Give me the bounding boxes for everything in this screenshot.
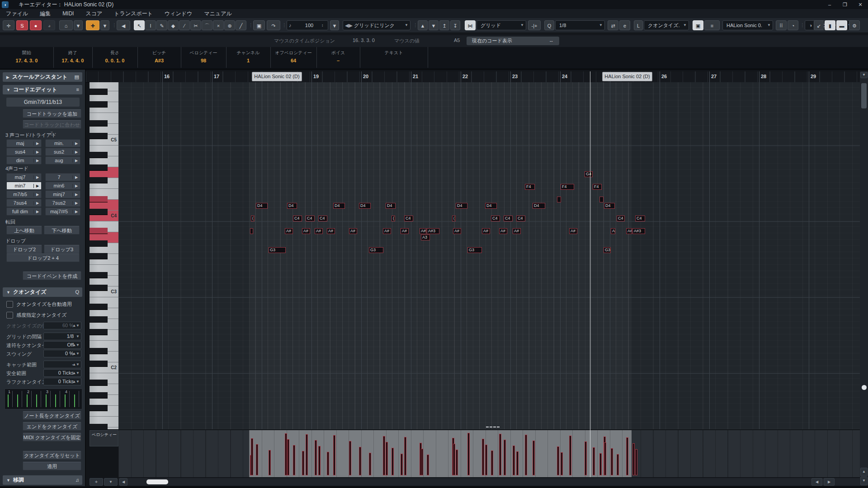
info-field-5[interactable]: チャンネル1 <box>226 47 271 68</box>
spinner-up-down-icon[interactable]: ▲▼ <box>72 342 80 348</box>
midi-note-A#3[interactable]: A# <box>626 228 632 234</box>
line-tool-tool-button[interactable]: ╱ <box>236 20 246 30</box>
velocity-bar[interactable] <box>533 441 535 475</box>
chevron-down-icon[interactable]: ▼ <box>683 21 687 30</box>
velocity-bar[interactable] <box>485 445 487 475</box>
eraser-tool-button[interactable]: ◆ <box>168 20 179 30</box>
part-select[interactable]: HALion Sonic 0.▼ <box>722 20 773 30</box>
chord-apply-arrow-icon[interactable]: ▶ <box>72 150 80 154</box>
chord-button-full-dim[interactable]: full dim▶ <box>6 207 42 216</box>
chord-button-maj7-5[interactable]: maj7/#5▶ <box>45 207 80 216</box>
midi-note-G3[interactable]: G3 <box>467 247 482 253</box>
close-button[interactable]: ✕ <box>853 0 868 9</box>
timeline-ruler[interactable]: 1617181920212223242526272829HALion Sonic… <box>86 71 860 83</box>
chord-edit-section[interactable]: ▼コードエディット≡ <box>3 85 82 94</box>
chord-button-maj[interactable]: maj▶ <box>6 139 42 147</box>
midi-note-G4[interactable]: G4 <box>585 171 593 177</box>
quantize-row-field-4[interactable]: -▲▼ <box>43 361 81 368</box>
velocity-bar[interactable] <box>306 434 308 475</box>
piano-key-G#5[interactable] <box>90 89 108 95</box>
piano-key-G#4[interactable] <box>90 164 108 171</box>
piano-key-G#2[interactable] <box>90 316 108 323</box>
velocity-bar[interactable] <box>392 448 394 475</box>
vertical-scroll-thumb[interactable] <box>861 83 867 108</box>
midi-note-D4[interactable]: D4 <box>485 203 497 209</box>
midi-note-G3[interactable]: G3 <box>604 247 611 253</box>
midi-note-C4[interactable]: C4 <box>504 216 513 221</box>
piano-key-C#4[interactable] <box>90 209 108 215</box>
menu-item-1[interactable]: 編集 <box>34 10 57 18</box>
scroll-left-button[interactable]: ◀ <box>119 478 127 486</box>
length-quantize-icon-button[interactable]: L <box>634 20 643 30</box>
panel-transpose-icon[interactable]: ♫ <box>75 475 79 485</box>
midi-note-A#3[interactable]: A# <box>482 228 490 234</box>
piano-keyboard[interactable]: C5C4C3C2 <box>90 82 118 429</box>
note-grid[interactable]: G4F4F4F4D4D4D4D4D4D4D4D4D4(C4C4C4(C4(C4C… <box>118 82 860 429</box>
edit-active-part-button[interactable]: ≡ <box>704 20 720 30</box>
quantize-row-field-0[interactable]: 60 %▲▼ <box>43 322 81 329</box>
velocity-bar[interactable] <box>504 440 506 475</box>
velocity-bar[interactable] <box>427 455 429 475</box>
piano-key-G#1[interactable] <box>90 392 108 399</box>
nudge-end-button[interactable]: ↧ <box>450 20 460 30</box>
group-handle-dots[interactable]: ⋮ <box>413 22 415 29</box>
spinner-icon[interactable]: ↕ <box>321 21 326 30</box>
chord-button-sus2[interactable]: sus2▶ <box>45 148 80 156</box>
vertical-scrollbar[interactable]: ▼ ▲ ▼ <box>860 71 868 486</box>
piano-key-C#2[interactable] <box>90 361 108 367</box>
piano-key-A#4[interactable] <box>90 152 108 158</box>
scale-assistant-button[interactable]: ⌂ <box>59 20 73 30</box>
midi-note-D4[interactable]: D4 <box>256 203 268 209</box>
chord-apply-arrow-icon[interactable]: ▶ <box>72 184 80 188</box>
chord-apply-arrow-icon[interactable]: ▶ <box>72 201 80 205</box>
create-chord-event-button[interactable]: コードイベントを作成 <box>23 272 81 280</box>
velocity-bar[interactable] <box>626 437 628 475</box>
menu-item-4[interactable]: トランスポート <box>108 10 159 18</box>
group-handle-dots[interactable]: ⋮ <box>800 22 802 29</box>
chevron-down-icon[interactable]: ▼ <box>520 21 524 30</box>
midi-note-A#3[interactable]: A# <box>327 228 335 234</box>
drop-2-4-button[interactable]: ドロップ2 + 4 <box>6 253 80 262</box>
part-name-label-0[interactable]: HALion Sonic 02 (D) <box>252 72 302 81</box>
midi-note-D#4[interactable] <box>557 197 561 202</box>
midi-note-C4[interactable]: C4 <box>318 216 327 221</box>
midi-note-A#3[interactable]: A# <box>420 228 426 234</box>
quantize-row-field-3[interactable]: 0 %▲▼ <box>43 350 81 357</box>
add-controller-lane-button[interactable]: + <box>90 478 103 486</box>
autoscroll-menu-button[interactable]: ▼ <box>100 20 109 30</box>
velocity-bar[interactable] <box>585 441 587 475</box>
velocity-bar[interactable] <box>327 452 329 475</box>
chord-apply-arrow-icon[interactable]: ▶ <box>72 192 80 197</box>
chord-button-sus4[interactable]: sus4▶ <box>6 148 42 156</box>
chord-apply-arrow-icon[interactable]: ▶ <box>72 141 80 145</box>
quantize-action-button-0[interactable]: ノート長をクオンタイズ <box>23 411 81 420</box>
piano-key-F#4[interactable] <box>90 177 108 183</box>
chevron-down-icon[interactable]: ▼ <box>76 333 80 340</box>
midi-note-A#3[interactable]: A# <box>302 228 310 234</box>
chord-apply-arrow-icon[interactable]: ▶ <box>33 141 41 145</box>
chord-apply-arrow-icon[interactable]: ▶ <box>72 175 80 179</box>
velocity-bar[interactable] <box>611 448 613 475</box>
group-handle-dots[interactable]: ⋮ <box>282 22 284 29</box>
quantize-icon-button[interactable]: Q <box>544 20 554 30</box>
velocity-lane-tab[interactable]: ベロシティー <box>90 430 118 446</box>
piano-key-G#3[interactable] <box>90 240 108 247</box>
midi-note-A3[interactable]: A3 <box>421 235 430 240</box>
chord-button-aug[interactable]: aug▶ <box>45 156 80 164</box>
velocity-bar[interactable] <box>421 449 423 475</box>
velocity-bar[interactable] <box>482 439 484 475</box>
quantize-row-field-6[interactable]: 0 Ticks▲▼ <box>43 378 81 385</box>
chord-apply-arrow-icon[interactable]: ▶ <box>72 210 80 214</box>
velocity-bar[interactable] <box>386 442 388 475</box>
midi-note-C4[interactable]: C4 <box>404 216 413 221</box>
info-field-2[interactable]: 長さ0. 0. 1. 0 <box>92 47 138 68</box>
acoustic-feedback-button[interactable]: ● <box>30 20 42 30</box>
midi-note-C4[interactable]: C4 <box>617 216 625 221</box>
scroll-step-up-button[interactable]: ▲ <box>860 468 868 476</box>
chord-button-7sus4[interactable]: 7sus4▶ <box>6 199 42 207</box>
velocity-bar[interactable] <box>359 447 361 475</box>
chord-button-m7-b5[interactable]: m7/b5▶ <box>6 190 42 198</box>
panel-window-icon[interactable]: ▤ <box>75 72 79 82</box>
piano-key-F#3[interactable] <box>90 253 108 259</box>
menu-item-0[interactable]: ファイル <box>0 10 34 18</box>
